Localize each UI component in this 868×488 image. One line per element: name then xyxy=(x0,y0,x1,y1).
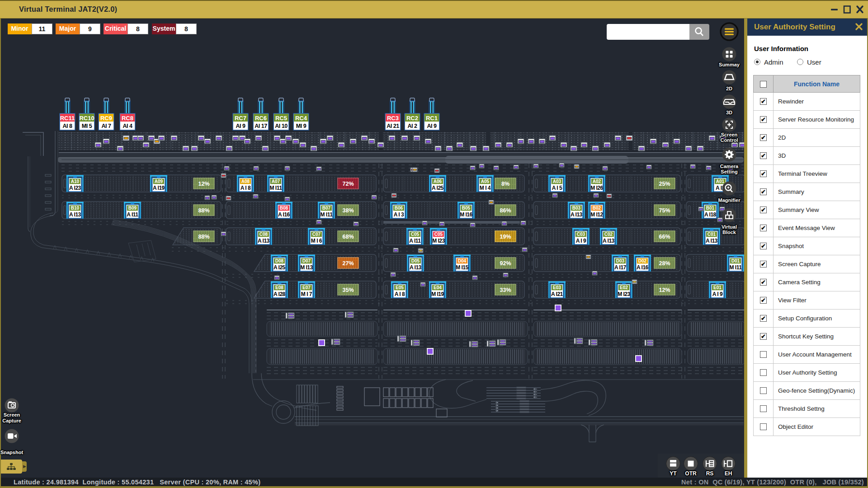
svg-text:A I 8: A I 8 xyxy=(241,185,251,191)
svg-text:M I23: M I23 xyxy=(618,291,630,297)
svg-text:A05: A05 xyxy=(481,179,490,184)
svg-text:A I23: A I23 xyxy=(69,185,81,191)
svg-text:E08: E08 xyxy=(275,285,283,290)
svg-text:D01: D01 xyxy=(731,258,740,263)
svg-text:A09: A09 xyxy=(155,179,163,184)
svg-text:A I11: A I11 xyxy=(127,211,138,218)
svg-text:E07: E07 xyxy=(302,285,311,290)
svg-text:D08: D08 xyxy=(275,258,284,263)
svg-text:A08: A08 xyxy=(241,179,250,184)
svg-text:92%: 92% xyxy=(500,260,511,267)
svg-text:M I11: M I11 xyxy=(269,185,282,191)
svg-text:RC1: RC1 xyxy=(426,115,438,122)
svg-text:A I11: A I11 xyxy=(409,238,421,244)
svg-text:A I19: A I19 xyxy=(153,185,165,191)
svg-text:A I 5: A I 5 xyxy=(552,185,562,191)
svg-text:C05: C05 xyxy=(411,232,420,237)
svg-text:B05: B05 xyxy=(462,206,471,211)
svg-text:C02: C02 xyxy=(604,232,613,237)
svg-text:E04: E04 xyxy=(434,285,442,290)
svg-text:M I16: M I16 xyxy=(460,211,472,218)
svg-text:AI 21: AI 21 xyxy=(387,123,399,129)
svg-text:A I 9: A I 9 xyxy=(576,238,586,244)
svg-text:A I 9: A I 9 xyxy=(712,291,723,297)
svg-text:B03: B03 xyxy=(572,206,581,211)
svg-text:A I13: A I13 xyxy=(69,211,81,218)
svg-text:A I13: A I13 xyxy=(410,264,422,271)
svg-text:RC4: RC4 xyxy=(295,115,307,122)
svg-text:A I18: A I18 xyxy=(704,211,717,218)
svg-text:RC5: RC5 xyxy=(275,115,287,122)
svg-text:AI 7: AI 7 xyxy=(102,123,111,129)
svg-text:A I25: A I25 xyxy=(274,264,286,271)
svg-text:RC11: RC11 xyxy=(60,115,75,122)
svg-text:86%: 86% xyxy=(500,207,511,214)
svg-text:A I21: A I21 xyxy=(551,291,563,297)
svg-text:B01: B01 xyxy=(706,206,715,211)
svg-text:D02: D02 xyxy=(638,258,647,263)
svg-text:MI 5: MI 5 xyxy=(82,123,92,129)
svg-text:12%: 12% xyxy=(659,287,670,293)
svg-text:A03: A03 xyxy=(553,179,561,184)
svg-text:B06: B06 xyxy=(395,206,403,211)
svg-text:68%: 68% xyxy=(342,234,354,240)
svg-text:38%: 38% xyxy=(342,207,354,214)
svg-text:RC6: RC6 xyxy=(255,115,267,122)
svg-text:RC10: RC10 xyxy=(79,115,94,122)
svg-text:A I25: A I25 xyxy=(432,185,444,191)
svg-text:AI 4: AI 4 xyxy=(123,123,132,129)
svg-text:M I11: M I11 xyxy=(320,211,333,218)
svg-text:C05: C05 xyxy=(434,232,443,237)
svg-text:75%: 75% xyxy=(659,207,670,214)
svg-text:AI 9: AI 9 xyxy=(236,123,245,129)
svg-text:B09: B09 xyxy=(128,206,137,211)
svg-text:C08: C08 xyxy=(259,232,268,237)
svg-text:C03: C03 xyxy=(577,232,585,237)
svg-text:B02: B02 xyxy=(593,206,601,211)
svg-text:A02: A02 xyxy=(593,179,601,184)
svg-text:AI 9: AI 9 xyxy=(427,123,437,129)
svg-text:28%: 28% xyxy=(659,260,670,267)
svg-text:A I13: A I13 xyxy=(603,238,615,244)
svg-text:E05: E05 xyxy=(396,285,404,290)
svg-text:M I 6: M I 6 xyxy=(311,238,322,244)
svg-text:A I16: A I16 xyxy=(637,264,649,271)
svg-text:88%: 88% xyxy=(198,207,209,214)
svg-text:25%: 25% xyxy=(659,181,670,187)
svg-text:M I19: M I19 xyxy=(431,291,444,297)
svg-text:A06: A06 xyxy=(434,179,442,184)
svg-text:D03: D03 xyxy=(616,258,625,263)
svg-text:B10: B10 xyxy=(71,206,80,211)
svg-text:RC8: RC8 xyxy=(122,115,133,122)
svg-text:D04: D04 xyxy=(458,258,467,263)
svg-text:D07: D07 xyxy=(302,258,311,263)
svg-text:M I23: M I23 xyxy=(432,238,445,244)
svg-text:A07: A07 xyxy=(272,179,280,184)
svg-text:A I28: A I28 xyxy=(274,291,286,297)
svg-text:A I13: A I13 xyxy=(571,211,583,218)
svg-text:M I26: M I26 xyxy=(590,185,603,191)
svg-text:27%: 27% xyxy=(342,260,354,267)
svg-text:AI 10: AI 10 xyxy=(275,123,288,129)
svg-text:RC3: RC3 xyxy=(387,115,399,122)
svg-text:MI 9: MI 9 xyxy=(296,123,307,129)
svg-text:E01: E01 xyxy=(713,285,722,290)
svg-text:B08: B08 xyxy=(280,206,288,211)
svg-text:35%: 35% xyxy=(342,287,354,293)
svg-text:33%: 33% xyxy=(500,287,511,293)
svg-text:C07: C07 xyxy=(312,232,321,237)
svg-text:D05: D05 xyxy=(411,258,420,263)
svg-text:12%: 12% xyxy=(198,181,209,187)
svg-text:M I 7: M I 7 xyxy=(301,291,312,297)
svg-text:M I11: M I11 xyxy=(729,264,742,271)
svg-text:RC7: RC7 xyxy=(235,115,246,122)
svg-text:RC9: RC9 xyxy=(100,115,112,122)
svg-text:AI 2: AI 2 xyxy=(408,123,417,129)
svg-text:A I13: A I13 xyxy=(258,238,270,244)
svg-text:M I12: M I12 xyxy=(590,211,603,218)
svg-text:M I 4: M I 4 xyxy=(480,185,491,191)
svg-text:A I 8: A I 8 xyxy=(395,291,405,297)
svg-text:88%: 88% xyxy=(198,234,209,240)
svg-text:A I17: A I17 xyxy=(614,264,627,271)
svg-text:M I15: M I15 xyxy=(456,264,468,271)
